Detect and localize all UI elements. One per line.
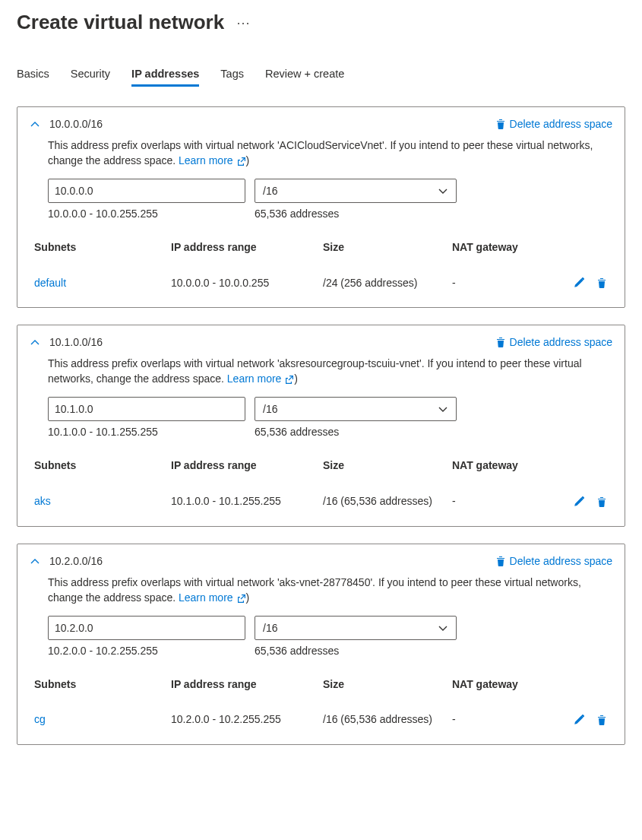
delete-subnet-icon[interactable] — [596, 496, 608, 508]
address-space-card: 10.0.0.0/16 Delete address space This ad… — [17, 106, 625, 308]
subnet-size: /24 (256 addresses) — [318, 267, 448, 298]
cidr-size-value: /16 — [263, 403, 277, 415]
address-space-title: 10.1.0.0/16 — [49, 336, 103, 348]
subnet-table: Subnets IP address range Size NAT gatewa… — [30, 233, 612, 298]
col-header-subnets: Subnets — [30, 233, 166, 267]
delete-address-space-label: Delete address space — [510, 336, 612, 348]
col-header-range: IP address range — [166, 670, 318, 704]
subnet-nat: - — [448, 485, 559, 516]
col-header-nat: NAT gateway — [448, 452, 559, 485]
address-space-card: 10.2.0.0/16 Delete address space This ad… — [17, 544, 625, 745]
tab-ip-addresses[interactable]: IP addresses — [131, 68, 199, 87]
subnet-table: Subnets IP address range Size NAT gatewa… — [30, 452, 612, 516]
subnet-row: cg 10.2.0.0 - 10.2.255.255 /16 (65,536 a… — [30, 704, 612, 735]
learn-more-link[interactable]: Learn more — [227, 372, 294, 385]
page-title-text: Create virtual network — [17, 11, 224, 34]
cidr-size-value: /16 — [263, 622, 277, 634]
col-header-size: Size — [318, 233, 448, 267]
col-header-size: Size — [318, 670, 448, 704]
col-header-subnets: Subnets — [30, 452, 166, 485]
col-header-range: IP address range — [166, 452, 318, 485]
delete-address-space-button[interactable]: Delete address space — [495, 336, 612, 348]
subnet-nat: - — [448, 267, 559, 298]
edit-subnet-icon[interactable] — [573, 496, 585, 508]
tabs: BasicsSecurityIP addressesTagsReview + c… — [17, 68, 625, 87]
address-prefix-input[interactable] — [48, 179, 245, 203]
address-space-title: 10.2.0.0/16 — [49, 555, 103, 567]
col-header-nat: NAT gateway — [448, 670, 559, 704]
subnet-name-link[interactable]: aks — [34, 495, 51, 507]
subnet-name-link[interactable]: cg — [34, 713, 46, 725]
address-prefix-input[interactable] — [48, 616, 245, 640]
subnet-row: default 10.0.0.0 - 10.0.0.255 /24 (256 a… — [30, 267, 612, 298]
subnet-range: 10.2.0.0 - 10.2.255.255 — [166, 704, 318, 735]
subnet-nat: - — [448, 704, 559, 735]
overlap-warning: This address prefix overlaps with virtua… — [48, 138, 612, 168]
address-range-text: 10.0.0.0 - 10.0.255.255 — [48, 208, 245, 220]
tab-basics[interactable]: Basics — [17, 68, 49, 87]
address-space-card: 10.1.0.0/16 Delete address space This ad… — [17, 325, 625, 526]
delete-address-space-label: Delete address space — [510, 555, 612, 567]
tab-security[interactable]: Security — [71, 68, 110, 87]
delete-subnet-icon[interactable] — [596, 277, 608, 289]
overlap-warning-text: This address prefix overlaps with virtua… — [48, 357, 582, 385]
subnet-table: Subnets IP address range Size NAT gatewa… — [30, 670, 612, 735]
subnet-size: /16 (65,536 addresses) — [318, 485, 448, 516]
delete-address-space-button[interactable]: Delete address space — [495, 118, 612, 130]
cidr-size-select[interactable]: /16 — [255, 397, 457, 421]
collapse-toggle-icon[interactable] — [30, 338, 40, 347]
delete-address-space-label: Delete address space — [510, 118, 612, 130]
subnet-name-link[interactable]: default — [34, 277, 66, 289]
address-range-text: 10.2.0.0 - 10.2.255.255 — [48, 645, 245, 657]
subnet-range: 10.0.0.0 - 10.0.0.255 — [166, 267, 318, 298]
address-prefix-input[interactable] — [48, 397, 245, 421]
address-count-text: 65,536 addresses — [255, 426, 339, 438]
page-title: Create virtual network ⋯ — [17, 11, 625, 34]
address-count-text: 65,536 addresses — [255, 645, 339, 657]
collapse-toggle-icon[interactable] — [30, 556, 40, 566]
delete-subnet-icon[interactable] — [596, 714, 608, 726]
overlap-warning: This address prefix overlaps with virtua… — [48, 575, 612, 605]
address-count-text: 65,536 addresses — [255, 208, 339, 220]
tab-tags[interactable]: Tags — [220, 68, 244, 87]
edit-subnet-icon[interactable] — [573, 277, 585, 289]
overlap-warning-text: This address prefix overlaps with virtua… — [48, 139, 593, 166]
learn-more-link[interactable]: Learn more — [179, 591, 245, 604]
subnet-row: aks 10.1.0.0 - 10.1.255.255 /16 (65,536 … — [30, 485, 612, 516]
cidr-size-value: /16 — [263, 185, 277, 197]
col-header-size: Size — [318, 452, 448, 485]
overlap-warning: This address prefix overlaps with virtua… — [48, 356, 612, 386]
cidr-size-select[interactable]: /16 — [255, 179, 457, 203]
more-actions-icon[interactable]: ⋯ — [236, 14, 251, 31]
overlap-warning-text: This address prefix overlaps with virtua… — [48, 576, 581, 604]
edit-subnet-icon[interactable] — [573, 714, 585, 726]
subnet-size: /16 (65,536 addresses) — [318, 704, 448, 735]
subnet-range: 10.1.0.0 - 10.1.255.255 — [166, 485, 318, 516]
delete-address-space-button[interactable]: Delete address space — [495, 555, 612, 567]
tab-review-create[interactable]: Review + create — [265, 68, 344, 87]
address-space-title: 10.0.0.0/16 — [49, 118, 103, 130]
cidr-size-select[interactable]: /16 — [255, 616, 457, 640]
address-range-text: 10.1.0.0 - 10.1.255.255 — [48, 426, 245, 438]
col-header-nat: NAT gateway — [448, 233, 559, 267]
col-header-subnets: Subnets — [30, 670, 166, 704]
col-header-range: IP address range — [166, 233, 318, 267]
collapse-toggle-icon[interactable] — [30, 119, 40, 128]
learn-more-link[interactable]: Learn more — [179, 154, 245, 166]
